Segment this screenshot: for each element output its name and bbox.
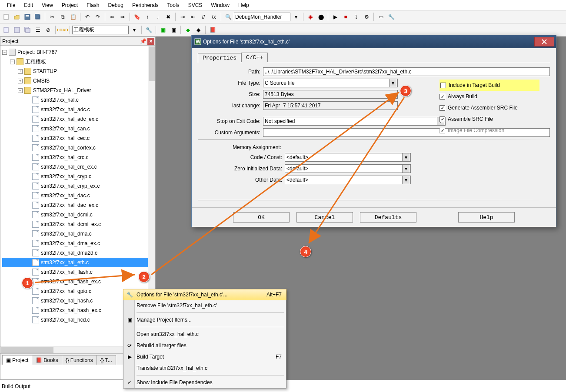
expand-icon[interactable]: +	[18, 69, 23, 74]
menu-tools[interactable]: Tools	[163, 1, 184, 10]
pack2-icon[interactable]: ◆	[193, 25, 203, 35]
config-icon[interactable]: ⚙	[362, 12, 371, 22]
stop-icon[interactable]: ■	[341, 12, 350, 22]
undo-icon[interactable]: ↶	[83, 12, 92, 22]
ctx-item[interactable]: ⟳Rebuild all target files	[123, 340, 286, 351]
indent-icon[interactable]: ⇥	[178, 12, 187, 22]
collapse-icon[interactable]: −	[10, 60, 15, 64]
tree-item[interactable]: stm32f7xx_hal_adc.c	[2, 105, 155, 114]
bookmark-icon[interactable]: 🔖	[132, 12, 142, 22]
panel-tab-books[interactable]: 📕Books	[32, 355, 62, 365]
dialog-close-button[interactable]	[534, 37, 554, 47]
collapse-icon[interactable]: −	[2, 50, 7, 55]
download-icon[interactable]: LOAD	[58, 25, 67, 35]
pin-icon[interactable]: 📌	[140, 38, 146, 45]
saveall-icon[interactable]	[33, 12, 43, 22]
find-next-icon[interactable]: ▾	[291, 12, 301, 22]
stop-build-icon[interactable]: ⊘	[43, 25, 53, 35]
checkbox[interactable]	[439, 116, 445, 122]
target-combo[interactable]	[72, 26, 129, 34]
tree-item[interactable]: stm32f7xx_hal_dma_ex.c	[2, 239, 155, 248]
tree-item[interactable]: −Project: BH-F767	[2, 47, 155, 57]
tree-item[interactable]: stm32f7xx_hal_dcmi.c	[2, 210, 155, 219]
tab-properties[interactable]: Properties	[198, 53, 241, 63]
tree-item[interactable]: stm32f7xx_hal_dac.c	[2, 191, 155, 200]
panel-tab-functions[interactable]: {}Functions	[62, 355, 97, 365]
options-icon[interactable]: 🔧	[386, 12, 396, 22]
ctx-item[interactable]: ▶Build TargetF7	[123, 351, 286, 362]
step-icon[interactable]: ⤵	[351, 12, 361, 22]
codeconst-combo[interactable]: <default>	[285, 153, 411, 162]
tree-item[interactable]: stm32f7xx_hal_crc_ex.c	[2, 162, 155, 172]
batch-build-icon[interactable]: ☰	[33, 25, 43, 35]
breakpoint-icon[interactable]: ⬤	[316, 12, 326, 22]
debug-icon[interactable]: ◉	[306, 12, 315, 22]
nav-fwd-icon[interactable]: ⇒	[118, 12, 127, 22]
open-icon[interactable]	[12, 12, 22, 22]
ctx-item[interactable]: 🔧Options for File 'stm32f7xx_hal_eth.c'.…	[123, 289, 286, 300]
paste-icon[interactable]: 📋	[68, 12, 78, 22]
target-dropdown-icon[interactable]: ▾	[130, 25, 139, 35]
tree-item[interactable]: stm32f7xx_hal.c	[2, 95, 155, 105]
bookmark-prev-icon[interactable]: ↑	[143, 12, 152, 22]
find-icon[interactable]: 🔍	[223, 12, 233, 22]
menu-svcs[interactable]: SVCS	[184, 1, 207, 10]
translate-icon[interactable]	[2, 25, 11, 35]
ctx-item[interactable]: Translate stm32f7xx_hal_eth.c	[123, 362, 286, 374]
menu-help[interactable]: Help	[234, 1, 253, 10]
tree-item[interactable]: stm32f7xx_hal_cryp.c	[2, 172, 155, 181]
tree-item[interactable]: +STARTUP	[2, 66, 155, 76]
ok-button[interactable]: OK	[233, 212, 290, 223]
ctx-item[interactable]: ✓Show Include File Dependencies	[123, 377, 286, 388]
menu-file[interactable]: File	[3, 1, 20, 10]
new-icon[interactable]	[2, 12, 11, 22]
tree-item[interactable]: −工程模板	[2, 57, 155, 66]
tree-item[interactable]: stm32f7xx_hal_can.c	[2, 124, 155, 133]
pack-icon[interactable]: ◆	[183, 25, 193, 35]
stopexit-combo[interactable]: Not specified	[263, 117, 446, 126]
close-panel-icon[interactable]: ×	[147, 38, 154, 45]
tree-item[interactable]: stm32f7xx_hal_adc_ex.c	[2, 114, 155, 124]
ctx-item[interactable]: Open stm32f7xx_hal_eth.c	[123, 329, 286, 340]
panel-tab-t...[interactable]: {}T...	[97, 355, 116, 365]
copy-icon[interactable]: ⧉	[58, 12, 67, 22]
tree-item[interactable]: stm32f7xx_hal_flash.c	[2, 267, 155, 277]
checkbox[interactable]	[440, 83, 446, 88]
filetype-combo[interactable]: C Source file	[263, 79, 398, 87]
nav-back-icon[interactable]: ⇐	[107, 12, 117, 22]
redo-icon[interactable]: ↷	[93, 12, 103, 22]
tree-item[interactable]: stm32f7xx_hal_dma.c	[2, 229, 155, 239]
build-icon[interactable]	[12, 25, 22, 35]
help-button[interactable]: Help	[458, 212, 515, 223]
bookmark-next-icon[interactable]: ↓	[153, 12, 163, 22]
run-icon[interactable]: ▶	[330, 12, 340, 22]
window-icon[interactable]: ▭	[376, 12, 386, 22]
tree-item[interactable]: −STM32F7xx_HAL_Driver	[2, 86, 155, 95]
comment-icon[interactable]: //	[199, 12, 208, 22]
menu-peripherals[interactable]: Peripherals	[128, 1, 163, 10]
menu-edit[interactable]: Edit	[20, 1, 37, 10]
cut-icon[interactable]: ✂	[47, 12, 57, 22]
checkbox[interactable]	[439, 105, 445, 111]
books-icon[interactable]: 📕	[208, 25, 217, 35]
tree-item[interactable]: stm32f7xx_hal_dcmi_ex.c	[2, 219, 155, 229]
otherdata-combo[interactable]: <default>	[285, 176, 411, 184]
collapse-icon[interactable]: −	[18, 88, 23, 93]
menu-flash[interactable]: Flash	[82, 1, 103, 10]
dialog-titlebar[interactable]: W Options for File 'stm32f7xx_hal_eth.c'	[192, 35, 556, 48]
ctx-item[interactable]: Remove File 'stm32f7xx_hal_eth.c'	[123, 300, 286, 311]
bookmark-clear-icon[interactable]: ✖	[163, 12, 173, 22]
checkbox-row[interactable]: Always Build	[439, 91, 539, 102]
tree-item[interactable]: stm32f7xx_hal_crc.c	[2, 153, 155, 162]
tree-item[interactable]: stm32f7xx_hal_eth.c	[2, 258, 155, 267]
tree-item[interactable]: stm32f7xx_hal_cryp_ex.c	[2, 181, 155, 191]
tree-item[interactable]: stm32f7xx_hal_cortex.c	[2, 143, 155, 153]
menu-project[interactable]: Project	[57, 1, 82, 10]
checkbox-row[interactable]: Generate Assembler SRC File	[439, 102, 539, 113]
manage2-icon[interactable]: ▣	[169, 25, 178, 35]
checkbox[interactable]	[439, 94, 445, 100]
tree-item[interactable]: stm32f7xx_hal_dma2d.c	[2, 248, 155, 258]
checkbox-row[interactable]: Assemble SRC File	[439, 113, 539, 125]
cancel-button[interactable]: Cancel	[296, 212, 353, 223]
manage-icon[interactable]: ▣	[158, 25, 168, 35]
